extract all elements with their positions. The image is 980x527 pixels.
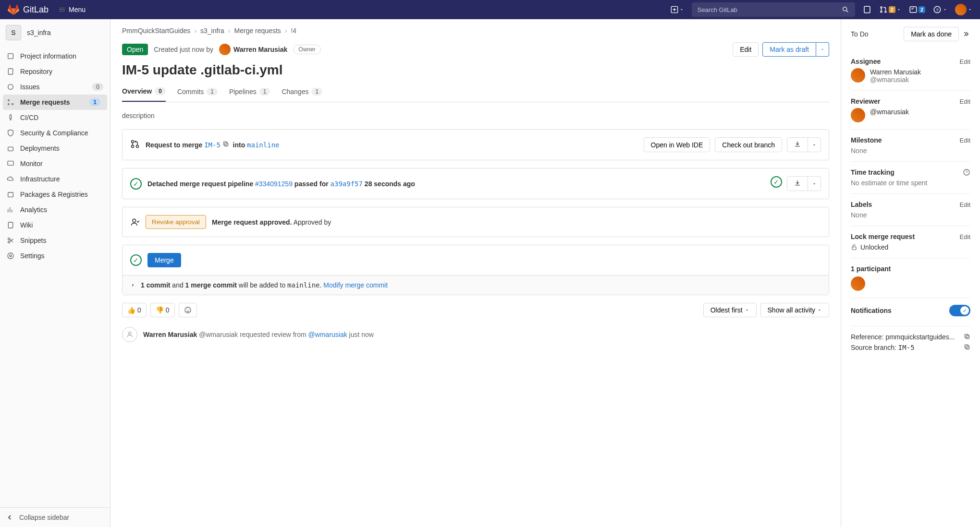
mark-draft-button[interactable]: Mark as draft bbox=[762, 42, 816, 57]
pipeline-link[interactable]: #334091259 bbox=[255, 180, 293, 188]
sidebar-item-monitor[interactable]: Monitor bbox=[0, 156, 110, 171]
book-icon bbox=[7, 221, 14, 229]
reactions-bar: 👍 0 👎 0 Oldest first Show all activity bbox=[122, 303, 829, 317]
merge-action-widget: ✓ Merge 1 commit and 1 merge commit will… bbox=[122, 245, 829, 295]
scissors-icon bbox=[7, 237, 14, 244]
checkout-button[interactable]: Check out branch bbox=[715, 137, 782, 152]
merge-button[interactable]: Merge bbox=[147, 253, 181, 267]
sidebar-item-snippets[interactable]: Snippets bbox=[0, 233, 110, 248]
todos-link[interactable]: 2 bbox=[909, 5, 925, 14]
participant-avatar[interactable] bbox=[851, 276, 865, 291]
help-icon[interactable]: ? bbox=[963, 168, 970, 176]
edit-milestone[interactable]: Edit bbox=[960, 137, 970, 144]
reviewer-section: ReviewerEdit @wmarusiak bbox=[851, 91, 970, 130]
sidebar-item-wiki[interactable]: Wiki bbox=[0, 217, 110, 233]
target-branch-link[interactable]: mainline bbox=[247, 141, 279, 149]
todo-label: To Do bbox=[851, 30, 869, 38]
svg-point-3 bbox=[881, 7, 882, 8]
pipeline-text: Detached merge request pipeline #3340912… bbox=[147, 180, 415, 188]
copy-icon[interactable] bbox=[222, 141, 229, 147]
commit-sha-link[interactable]: a39a9f57 bbox=[331, 180, 363, 188]
todo-icon bbox=[909, 5, 918, 14]
add-reaction-button[interactable] bbox=[179, 303, 197, 317]
review-target-link[interactable]: @wmarusiak bbox=[308, 331, 347, 338]
project-name: s3_infra bbox=[27, 29, 51, 36]
download-button[interactable] bbox=[787, 137, 808, 152]
merge-requests-link[interactable]: 2 bbox=[879, 5, 901, 14]
info-icon bbox=[7, 52, 14, 60]
sidebar-item-settings[interactable]: Settings bbox=[0, 248, 110, 264]
notifications-section: Notifications✓ bbox=[851, 298, 970, 326]
revoke-approval-button[interactable]: Revoke approval bbox=[146, 215, 206, 229]
tab-commits[interactable]: Commits1 bbox=[177, 87, 218, 102]
notifications-toggle[interactable]: ✓ bbox=[949, 305, 970, 316]
search-input[interactable] bbox=[698, 6, 842, 13]
tab-changes[interactable]: Changes1 bbox=[282, 87, 322, 102]
sidebar-item-cicd[interactable]: CI/CD bbox=[0, 110, 110, 125]
sidebar-item-infrastructure[interactable]: Infrastructure bbox=[0, 171, 110, 187]
sort-dropdown[interactable]: Oldest first bbox=[703, 303, 757, 317]
svg-point-14 bbox=[12, 104, 13, 105]
expand-sidebar-icon[interactable] bbox=[963, 30, 970, 38]
cloud-icon bbox=[7, 175, 14, 183]
crumb-project[interactable]: s3_infra bbox=[200, 27, 224, 35]
author[interactable]: Warren Marusiak bbox=[219, 44, 287, 55]
mr-header: Open Created just now by Warren Marusiak… bbox=[122, 42, 829, 57]
crumb-mr-list[interactable]: Merge requests bbox=[234, 27, 281, 35]
svg-point-29 bbox=[185, 307, 191, 313]
thumbs-up-button[interactable]: 👍 0 bbox=[122, 303, 147, 317]
activity-filter-dropdown[interactable]: Show all activity bbox=[760, 303, 829, 317]
tab-overview[interactable]: Overview0 bbox=[122, 87, 166, 102]
mr-badge: 1 bbox=[89, 98, 100, 106]
new-button[interactable] bbox=[671, 6, 684, 13]
user-menu[interactable] bbox=[955, 4, 972, 15]
shield-icon bbox=[7, 129, 14, 137]
chevron-down-icon bbox=[817, 308, 822, 312]
artifacts-dropdown[interactable] bbox=[808, 176, 821, 191]
svg-point-28 bbox=[133, 219, 136, 222]
tab-pipelines[interactable]: Pipelines1 bbox=[229, 87, 270, 102]
download-dropdown[interactable] bbox=[808, 137, 821, 152]
gitlab-logo[interactable]: GitLab bbox=[8, 4, 49, 15]
menu-button[interactable]: Menu bbox=[58, 6, 86, 13]
package-icon bbox=[7, 191, 14, 198]
issues-link[interactable] bbox=[863, 5, 871, 14]
copy-icon[interactable] bbox=[964, 344, 970, 350]
search-box[interactable] bbox=[692, 2, 855, 17]
topbar: GitLab Menu 2 2 ? bbox=[0, 0, 980, 19]
artifacts-button[interactable] bbox=[787, 176, 808, 191]
stage-icon[interactable]: ✓ bbox=[771, 176, 782, 188]
sidebar-item-issues[interactable]: Issues0 bbox=[0, 79, 110, 95]
sidebar-item-repository[interactable]: Repository bbox=[0, 64, 110, 79]
collapse-icon bbox=[7, 514, 14, 521]
edit-assignee[interactable]: Edit bbox=[960, 58, 970, 65]
mark-done-button[interactable]: Mark as done bbox=[904, 27, 959, 41]
crumb-group[interactable]: PmmQuickStartGuides bbox=[122, 27, 190, 35]
author-avatar bbox=[219, 44, 231, 55]
svg-point-25 bbox=[136, 145, 139, 148]
copy-icon[interactable] bbox=[964, 333, 970, 340]
source-branch-link[interactable]: IM-5 bbox=[204, 141, 220, 149]
sidebar-item-deployments[interactable]: Deployments bbox=[0, 141, 110, 156]
edit-labels[interactable]: Edit bbox=[960, 201, 970, 208]
edit-lock[interactable]: Edit bbox=[960, 233, 970, 240]
thumbs-down-button[interactable]: 👎 0 bbox=[150, 303, 175, 317]
sidebar-item-analytics[interactable]: Analytics bbox=[0, 202, 110, 217]
sidebar-item-project-info[interactable]: Project information bbox=[0, 48, 110, 64]
edit-reviewer[interactable]: Edit bbox=[960, 98, 970, 105]
modify-commit-link[interactable]: Modify merge commit bbox=[323, 281, 388, 289]
svg-rect-2 bbox=[864, 6, 870, 13]
open-ide-button[interactable]: Open in Web IDE bbox=[644, 137, 710, 152]
approver-avatar[interactable] bbox=[337, 217, 346, 227]
help-link[interactable]: ? bbox=[933, 5, 947, 14]
draft-dropdown[interactable] bbox=[816, 42, 829, 57]
project-header[interactable]: S s3_infra bbox=[0, 19, 110, 47]
edit-button[interactable]: Edit bbox=[733, 42, 759, 57]
svg-rect-9 bbox=[8, 54, 13, 59]
sidebar-item-packages[interactable]: Packages & Registries bbox=[0, 187, 110, 202]
chevron-right-icon[interactable] bbox=[130, 282, 136, 288]
sidebar-item-merge-requests[interactable]: Merge requests1 bbox=[3, 95, 107, 110]
sidebar-item-security[interactable]: Security & Compliance bbox=[0, 125, 110, 141]
collapse-sidebar[interactable]: Collapse sidebar bbox=[0, 507, 110, 527]
activity-avatar bbox=[122, 327, 137, 342]
